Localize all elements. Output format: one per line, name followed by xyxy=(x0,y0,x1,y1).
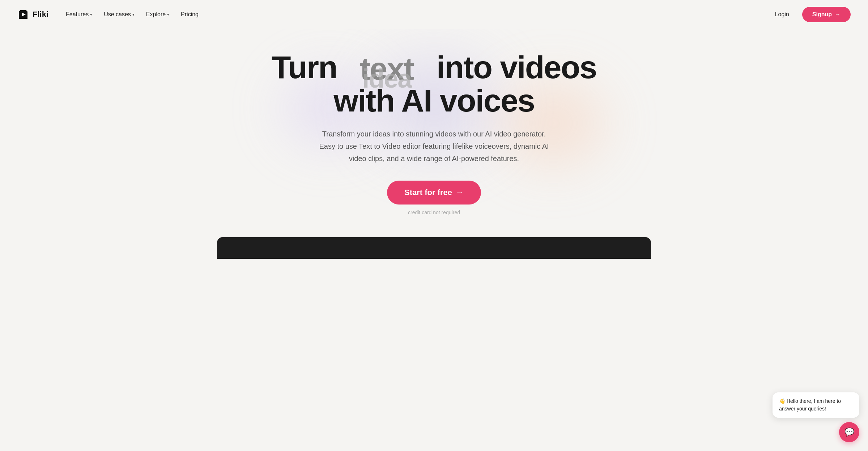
chevron-down-icon: ▾ xyxy=(90,12,92,17)
nav-use-cases[interactable]: Use cases ▾ xyxy=(99,8,139,21)
nav-features[interactable]: Features ▾ xyxy=(61,8,97,21)
logo-text: Fliki xyxy=(33,10,48,19)
nav-pricing[interactable]: Pricing xyxy=(176,8,203,21)
start-for-free-button[interactable]: Start for free → xyxy=(387,181,481,205)
chevron-down-icon: ▾ xyxy=(132,12,135,17)
nav-explore[interactable]: Explore ▾ xyxy=(142,8,174,21)
hero-subtitle: Transform your ideas into stunning video… xyxy=(318,128,550,165)
logo[interactable]: Fliki xyxy=(17,9,48,20)
login-button[interactable]: Login xyxy=(769,8,795,21)
logo-icon xyxy=(17,9,29,20)
arrow-right-icon: → xyxy=(456,188,464,197)
hero-title: Turn text idea into videos with AI voice… xyxy=(272,51,596,118)
chat-widget: 👋 Hello there, I am here to answer your … xyxy=(773,392,859,442)
nav-left: Fliki Features ▾ Use cases ▾ Explore ▾ P… xyxy=(17,8,203,21)
nav-links: Features ▾ Use cases ▾ Explore ▾ Pricing xyxy=(61,8,203,21)
signup-button[interactable]: Signup → xyxy=(802,7,851,22)
navbar: Fliki Features ▾ Use cases ▾ Explore ▾ P… xyxy=(0,0,868,29)
chevron-down-icon: ▾ xyxy=(167,12,169,17)
nav-right: Login Signup → xyxy=(769,7,851,22)
animated-word-idea: idea xyxy=(362,65,411,93)
arrow-right-icon: → xyxy=(835,11,841,18)
video-preview-bar xyxy=(217,237,651,259)
chat-bubble: 👋 Hello there, I am here to answer your … xyxy=(773,392,859,418)
hero-section: Turn text idea into videos with AI voice… xyxy=(0,29,868,288)
animated-word-container: text idea xyxy=(345,52,428,84)
credit-note: credit card not required xyxy=(408,210,460,215)
chat-open-button[interactable]: 💬 xyxy=(839,422,859,442)
chat-icon: 💬 xyxy=(844,427,854,437)
